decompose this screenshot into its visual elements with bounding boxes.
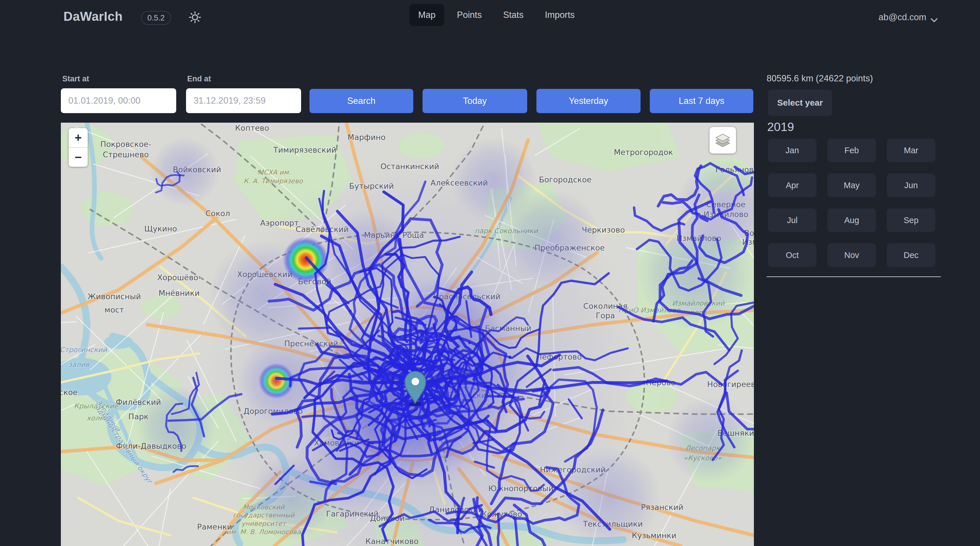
month-button-sep[interactable]: Sep bbox=[887, 208, 935, 232]
map-label: тское bbox=[61, 388, 78, 397]
month-button-jan[interactable]: Jan bbox=[768, 139, 816, 162]
map-label: К. А. Тимирязево bbox=[243, 177, 303, 185]
month-button-mar[interactable]: Mar bbox=[887, 139, 935, 162]
distance-summary: 80595.6 km (24622 points) bbox=[767, 73, 873, 84]
map-zoom-control: + − bbox=[68, 128, 88, 167]
sidebar-divider bbox=[767, 276, 941, 277]
search-button[interactable]: Search bbox=[309, 89, 413, 113]
map-label: мост bbox=[104, 305, 124, 314]
map-label: Метрогородок bbox=[614, 148, 673, 157]
zoom-in-button[interactable]: + bbox=[68, 128, 88, 147]
month-button-apr[interactable]: Apr bbox=[768, 174, 816, 197]
user-email: ab@cd.com bbox=[878, 12, 926, 22]
app-logo[interactable]: DaWarIch bbox=[64, 9, 123, 24]
last-7-days-button[interactable]: Last 7 days bbox=[650, 89, 753, 113]
yesterday-button[interactable]: Yesterday bbox=[536, 89, 641, 113]
month-button-jul[interactable]: Jul bbox=[768, 208, 816, 232]
end-at-label: End at bbox=[187, 75, 211, 83]
year-heading: 2019 bbox=[767, 120, 794, 134]
map-graphics: КоптевоПокровское-СтрешневоТимирязевский… bbox=[61, 123, 754, 546]
map-label: Покровское- bbox=[100, 140, 151, 148]
theme-sun-icon[interactable] bbox=[188, 10, 202, 24]
select-year-button[interactable]: Select year bbox=[768, 89, 832, 116]
map-label: Новогиреево bbox=[707, 380, 754, 389]
month-button-may[interactable]: May bbox=[827, 174, 876, 197]
month-button-oct[interactable]: Oct bbox=[768, 243, 816, 267]
nav-tab-points[interactable]: Points bbox=[448, 4, 490, 26]
month-button-aug[interactable]: Aug bbox=[827, 208, 876, 232]
map-label: Хорошёво- bbox=[157, 273, 201, 282]
start-at-label: Start at bbox=[62, 75, 89, 83]
version-badge: 0.5.2 bbox=[141, 11, 171, 25]
nav-tab-stats[interactable]: Stats bbox=[494, 4, 532, 26]
months-grid: JanFebMarAprMayJunJulAugSepOctNovDec bbox=[768, 139, 935, 267]
filter-actions: SearchTodayYesterdayLast 7 days bbox=[309, 89, 753, 113]
map-label: Живописный bbox=[88, 292, 141, 301]
zoom-out-button[interactable]: − bbox=[68, 148, 88, 167]
layers-icon bbox=[714, 131, 732, 149]
map-label: Сокол bbox=[205, 209, 230, 218]
chevron-down-icon bbox=[931, 15, 938, 20]
map-label: Щукино bbox=[144, 224, 177, 233]
start-at-input[interactable] bbox=[61, 88, 176, 113]
map-label: Коптево bbox=[235, 123, 269, 133]
month-button-nov[interactable]: Nov bbox=[827, 243, 876, 267]
map-layers-button[interactable] bbox=[710, 127, 736, 153]
map-label: Стрешнево bbox=[103, 150, 149, 159]
month-button-dec[interactable]: Dec bbox=[887, 243, 935, 267]
map-label: Богородское bbox=[539, 175, 592, 184]
map-label: Мнёвники bbox=[159, 289, 200, 297]
dawarich-app: DaWarIch 0.5.2 MapPointsStatsImports ab@… bbox=[0, 0, 980, 546]
map-label: Строгинский bbox=[61, 346, 107, 354]
map-label: Тимирязевский bbox=[273, 145, 336, 154]
user-menu[interactable]: ab@cd.com bbox=[878, 12, 938, 22]
map-label: Марфино bbox=[348, 133, 386, 142]
nav-tab-imports[interactable]: Imports bbox=[536, 4, 583, 26]
nav-tab-map[interactable]: Map bbox=[409, 4, 444, 26]
main-nav: MapPointsStatsImports bbox=[409, 4, 584, 26]
map-canvas[interactable]: КоптевоПокровское-СтрешневоТимирязевский… bbox=[61, 123, 754, 546]
month-button-feb[interactable]: Feb bbox=[827, 139, 876, 162]
map-label: залив bbox=[68, 361, 89, 369]
end-at-input[interactable] bbox=[186, 88, 301, 113]
map-label: МСХА им. bbox=[258, 169, 291, 176]
today-button[interactable]: Today bbox=[423, 89, 527, 113]
month-button-jun[interactable]: Jun bbox=[887, 174, 935, 197]
